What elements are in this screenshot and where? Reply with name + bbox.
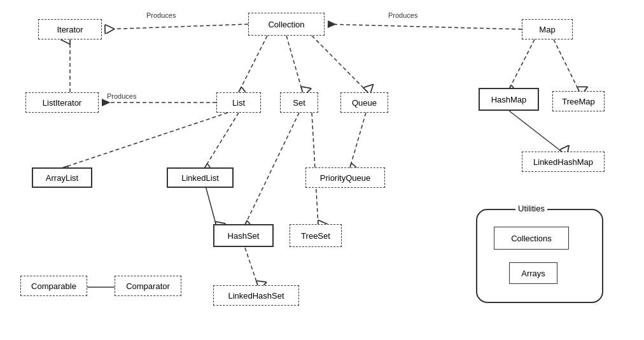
arrow-map-col <box>328 24 522 29</box>
arrow-list-linkedlist <box>205 113 239 167</box>
arrow-queue-pq <box>350 113 366 167</box>
utilities-label: Utilities <box>515 204 547 213</box>
arrow-hashmap-lhm <box>509 111 563 153</box>
node-list: List <box>216 92 261 113</box>
label-produces-1: Produces <box>146 11 176 19</box>
arrow-map-treemap <box>554 39 579 91</box>
node-treeset: TreeSet <box>290 224 342 247</box>
node-arrays: Arrays <box>509 262 557 284</box>
node-priorityqueue: PriorityQueue <box>305 167 385 188</box>
node-collection: Collection <box>248 13 325 36</box>
arrow-set-hashset <box>245 113 299 225</box>
label-produces-2: Produces <box>388 11 418 19</box>
node-queue: Queue <box>340 92 388 113</box>
node-comparator: Comparator <box>115 276 181 296</box>
node-map: Map <box>522 19 573 39</box>
node-hashmap: HashMap <box>479 88 539 111</box>
node-linkedhashmap: LinkedHashMap <box>522 152 605 172</box>
arrow-map-hashmap <box>509 39 535 89</box>
node-iterator: Iterator <box>38 19 102 39</box>
label-produces-3: Produces <box>107 92 137 100</box>
arrow-col-list <box>239 36 267 91</box>
node-listiterator: ListIterator <box>25 92 99 113</box>
node-linkedlist: LinkedList <box>167 167 234 188</box>
arrow-hashset-lhs <box>245 248 258 285</box>
node-hashset: HashSet <box>213 224 274 247</box>
node-set: Set <box>280 92 318 113</box>
node-collections: Collections <box>494 227 569 250</box>
arrow-col-queue <box>312 36 367 91</box>
node-arraylist: ArrayList <box>32 167 92 188</box>
node-comparable: Comparable <box>20 276 87 296</box>
arrow-list-arraylist <box>64 113 228 167</box>
arrow-col-iter <box>105 24 248 29</box>
utilities-box <box>476 209 603 303</box>
diagram: Produces Produces Produces <box>0 0 644 340</box>
node-treemap: TreeMap <box>552 91 605 111</box>
arrow-col-set <box>286 36 302 91</box>
node-linkedhashset: LinkedHashSet <box>213 285 299 306</box>
